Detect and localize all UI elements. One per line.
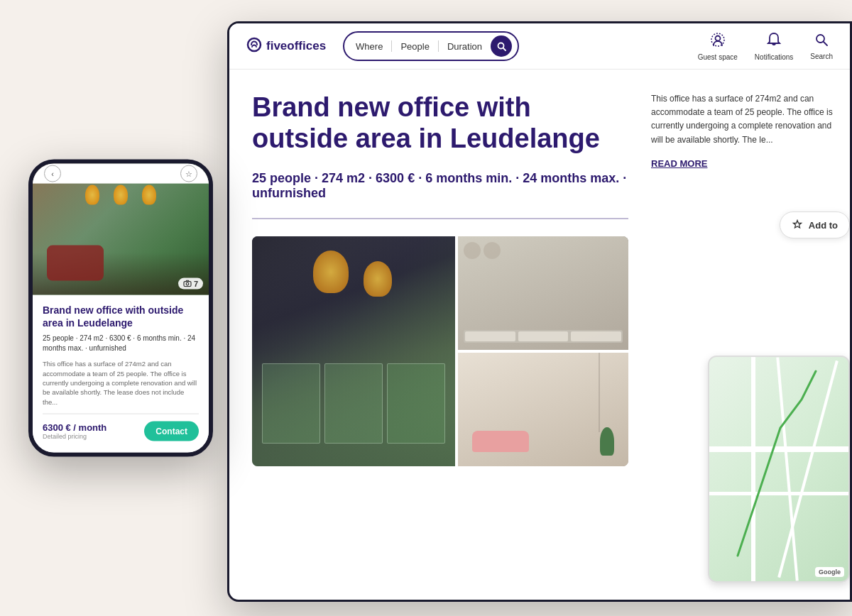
map-route (709, 357, 848, 581)
phone-back-button[interactable]: ‹ (44, 165, 61, 182)
svg-point-6 (816, 35, 824, 43)
pink-couch (472, 431, 529, 452)
indoor-plant (600, 427, 614, 456)
listing-title: Brand new office with outside area in Le… (252, 92, 628, 154)
desk-render (464, 330, 623, 343)
map-background (709, 357, 848, 581)
pendant-lights (85, 185, 156, 205)
ceiling-elements (464, 242, 623, 259)
light-2 (114, 185, 128, 205)
phone-listing-description: This office has a surface of 274m2 and c… (43, 359, 199, 406)
phone-contact-button[interactable]: Contact (144, 421, 199, 441)
phone-top-bar: ‹ ☆ (33, 164, 209, 184)
phone-price: 6300 € / month (43, 422, 106, 433)
listing-meta: 25 people · 274 m2 · 6300 € · 6 months m… (252, 171, 628, 201)
guest-space-icon (710, 32, 726, 51)
search-nav-label: Search (810, 53, 833, 60)
desktop-mockup: fiveoffices Where People Duration (227, 21, 852, 602)
phone-favorite-button[interactable]: ☆ (180, 165, 197, 182)
search-divider-1 (391, 40, 392, 52)
pendant-light-1 (313, 251, 349, 293)
photo-grid (252, 236, 628, 466)
phone-listing-meta: 25 people · 274 m2 · 6300 € · 6 months m… (43, 334, 199, 353)
photo-main[interactable] (252, 236, 455, 466)
light-3 (142, 185, 156, 205)
phone-content: Brand new office with outside area in Le… (33, 295, 209, 453)
search-divider-2 (438, 40, 439, 52)
google-maps-badge: Google (815, 567, 844, 577)
svg-point-1 (186, 282, 189, 285)
search-bar[interactable]: Where People Duration (343, 31, 519, 61)
desktop-sidebar: This office has a surface of 274m2 and c… (651, 70, 850, 600)
phone-price-area: 6300 € / month Detailed pricing (43, 422, 106, 440)
logo[interactable]: fiveoffices (246, 37, 326, 56)
phone-mockup: ‹ ☆ 7 Brand new office with outside area… (28, 160, 213, 457)
light-1 (85, 185, 99, 205)
svg-point-4 (715, 35, 720, 40)
desktop-content: Brand new office with outside area in Le… (229, 70, 651, 600)
search-nav-icon (814, 33, 829, 50)
svg-rect-0 (184, 282, 191, 287)
logo-icon (246, 37, 262, 56)
phone-divider (43, 413, 199, 414)
search-duration[interactable]: Duration (447, 41, 482, 52)
desktop-header: fiveoffices Where People Duration (229, 23, 850, 70)
phone-listing-title: Brand new office with outside area in Le… (43, 304, 199, 329)
phone-frame: ‹ ☆ 7 Brand new office with outside area… (28, 160, 213, 457)
photo-top-right[interactable] (458, 236, 628, 350)
logo-text: fiveoffices (266, 39, 326, 53)
pendant-light-2 (364, 261, 392, 297)
partition-wall (599, 353, 600, 432)
nav-notifications[interactable]: Notifications (755, 32, 793, 61)
phone-detailed-pricing[interactable]: Detailed pricing (43, 433, 106, 440)
search-where[interactable]: Where (356, 41, 383, 52)
svg-point-3 (498, 43, 503, 48)
read-more-link[interactable]: READ MORE (651, 158, 833, 169)
header-nav: Guest space Notifications (698, 32, 833, 61)
map-thumbnail[interactable]: Google (708, 356, 850, 583)
nav-guest-space[interactable]: Guest space (698, 32, 738, 61)
desktop-main: Brand new office with outside area in Le… (229, 70, 850, 600)
guest-space-label: Guest space (698, 53, 738, 61)
nav-search[interactable]: Search (810, 33, 833, 60)
search-people[interactable]: People (400, 41, 429, 52)
sidebar-description: This office has a surface of 274m2 and c… (651, 92, 833, 147)
add-to-button[interactable]: Add to (780, 211, 850, 238)
star-icon (792, 219, 803, 231)
phone-footer: 6300 € / month Detailed pricing Contact (43, 421, 199, 444)
content-divider (252, 218, 628, 219)
chairs-element (47, 246, 104, 281)
search-button[interactable] (491, 35, 512, 57)
notifications-icon (767, 32, 781, 51)
photo-bottom-right[interactable] (458, 353, 628, 466)
phone-hero-image: ‹ ☆ 7 (33, 164, 209, 295)
window-panels (262, 363, 444, 444)
notifications-label: Notifications (755, 53, 793, 61)
photo-count-badge: 7 (178, 278, 203, 290)
